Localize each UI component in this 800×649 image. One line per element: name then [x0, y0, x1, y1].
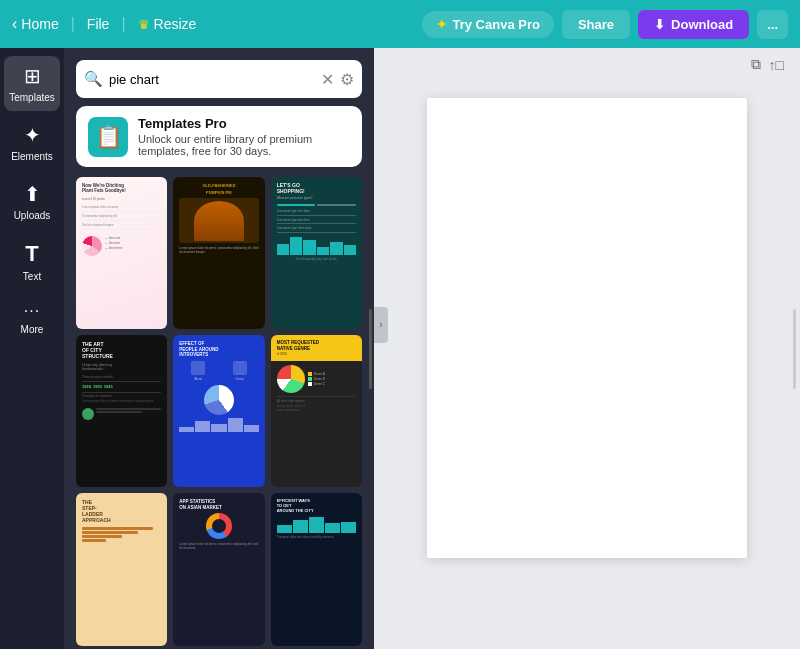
home-link: Home	[21, 16, 58, 32]
promo-banner[interactable]: 📋 Templates Pro Unlock our entire librar…	[76, 106, 362, 167]
sidebar-item-label: More	[21, 324, 44, 335]
sidebar-item-uploads[interactable]: ⬆ Uploads	[4, 174, 60, 229]
templates-scroll: Now We're DitchingPlant Fats Goodbye! a …	[64, 177, 374, 649]
copy-button[interactable]: ⧉	[751, 56, 761, 73]
template-card[interactable]: Old-Fashioned Pumpkin Pie Lorem ipsum do…	[173, 177, 264, 329]
template-card[interactable]: Let's GoShopping! What are consumer type…	[271, 177, 362, 329]
pro-crown-icon: ✦	[436, 17, 447, 32]
chevron-left-icon: ‹	[12, 15, 17, 33]
canvas-page	[427, 98, 747, 558]
sidebar-item-more[interactable]: ··· More	[4, 294, 60, 343]
promo-title: Templates Pro	[138, 116, 350, 131]
top-nav: ‹ Home | File | ♛ Resize ✦ Try Canva Pro…	[0, 0, 800, 48]
template-card[interactable]: Effect ofPeople AroundIntroverts Alone G…	[173, 335, 264, 487]
share-button[interactable]: Share	[562, 10, 630, 39]
back-button[interactable]: ‹ Home	[12, 15, 59, 33]
sidebar-item-label: Uploads	[14, 210, 51, 221]
promo-icon: 📋	[88, 117, 128, 157]
templates-icon: ⊞	[24, 64, 41, 88]
sidebar-item-templates[interactable]: ⊞ Templates	[4, 56, 60, 111]
sidebar-item-label: Templates	[9, 92, 55, 103]
template-card[interactable]: TheStep-ladderApproach	[76, 493, 167, 645]
sidebar-item-text[interactable]: T Text	[4, 233, 60, 290]
collapse-handle[interactable]: ›	[374, 307, 388, 343]
search-bar: 🔍 ✕ ⚙	[76, 60, 362, 98]
sidebar-item-label: Text	[23, 271, 41, 282]
templates-panel: 🔍 ✕ ⚙ 📋 Templates Pro Unlock our entire …	[64, 48, 374, 649]
file-menu[interactable]: File	[87, 16, 110, 32]
search-clear-button[interactable]: ✕	[321, 70, 334, 89]
template-card[interactable]: Most RequestedNative Genre of 2019 Genre…	[271, 335, 362, 487]
search-icon: 🔍	[84, 70, 103, 88]
search-input[interactable]	[109, 72, 315, 87]
more-icon: ···	[24, 302, 40, 320]
promo-description: Unlock our entire library of premium tem…	[138, 133, 350, 157]
download-button[interactable]: ⬇ Download	[638, 10, 749, 39]
canvas-scrollbar[interactable]	[793, 309, 796, 389]
elements-icon: ✦	[24, 123, 41, 147]
template-card[interactable]: Efficient Waysto GetAround the City Tran…	[271, 493, 362, 645]
template-card[interactable]: Now We're DitchingPlant Fats Goodbye! a …	[76, 177, 167, 329]
canvas-toolbar: ⧉ ↑□	[751, 56, 784, 73]
promo-text: Templates Pro Unlock our entire library …	[138, 116, 350, 157]
sidebar-item-label: Elements	[11, 151, 53, 162]
crown-icon: ♛	[138, 17, 150, 32]
panel-scrollbar	[369, 309, 372, 389]
uploads-icon: ⬆	[24, 182, 41, 206]
template-card[interactable]: The Artof CityStructure Urban city plann…	[76, 335, 167, 487]
download-icon: ⬇	[654, 17, 665, 32]
canvas-area: ⧉ ↑□	[374, 48, 800, 649]
text-icon: T	[25, 241, 38, 267]
left-sidebar: ⊞ Templates ✦ Elements ⬆ Uploads T Text …	[0, 48, 64, 649]
template-card[interactable]: App Statisticson Asian Market Lorem ipsu…	[173, 493, 264, 645]
share-canvas-button[interactable]: ↑□	[769, 56, 784, 73]
try-pro-button[interactable]: ✦ Try Canva Pro	[422, 11, 553, 38]
templates-grid: Now We're DitchingPlant Fats Goodbye! a …	[76, 177, 362, 646]
main-layout: ⊞ Templates ✦ Elements ⬆ Uploads T Text …	[0, 48, 800, 649]
sidebar-item-elements[interactable]: ✦ Elements	[4, 115, 60, 170]
search-filter-button[interactable]: ⚙	[340, 70, 354, 89]
more-options-button[interactable]: ...	[757, 10, 788, 39]
resize-button[interactable]: ♛ Resize	[138, 16, 197, 32]
